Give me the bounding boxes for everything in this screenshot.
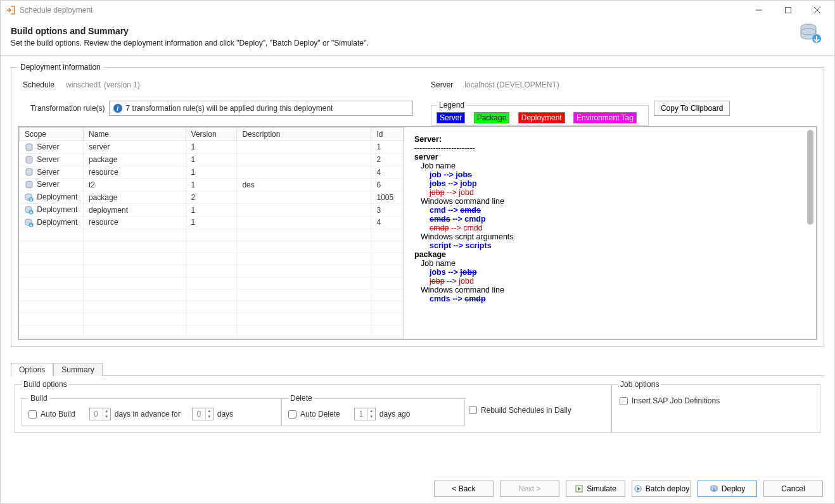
auto-delete-checkbox[interactable] [288,410,296,419]
table-row-empty [20,277,404,289]
window-controls [744,1,832,20]
rebuild-checkbox[interactable] [469,406,477,414]
deployment-icon [25,193,34,202]
detail-jobname-2: Job name [414,259,806,268]
server-icon [25,143,34,152]
rule-text: cmdp [430,224,449,232]
page-subtitle: Set the build options. Review the deploy… [11,39,824,47]
rule-text: job [430,170,442,179]
table-row-empty [20,241,404,253]
legend-chip-server: Server [437,112,465,123]
rule-text: jobs [430,268,446,277]
legend-chip-envtag: Environment Tag [573,112,637,123]
rule-text: cmd [430,206,446,215]
job-options-group: Job options Insert SAP Job Definitions [611,380,820,433]
table-row[interactable]: Serverserver11 [20,141,404,154]
rebuild-label: Rebuild Schedules in Daily [481,406,571,415]
table-row-empty [20,313,404,325]
table-header-row: Scope Name Version Description Id [20,128,404,141]
rule-text: cmds [430,294,450,303]
header-db-icon [799,22,822,45]
detail-separator: ----------------------- [414,144,806,153]
close-button[interactable] [803,1,832,20]
server-value: localhost (DEVELOPMENT) [464,80,559,89]
detail-pane[interactable]: Server: ----------------------- server J… [404,127,816,339]
auto-delete-label: Auto Delete [300,410,340,419]
col-version[interactable]: Version [186,128,237,141]
table-row[interactable]: Deploymentresource14 [20,216,404,229]
maximize-button[interactable] [774,1,803,20]
dual-pane: Scope Name Version Description Id Server… [18,126,817,340]
table-row-empty [20,289,404,301]
scrollbar-thumb[interactable] [807,130,813,225]
delete-legend: Delete [288,394,314,403]
detail-server-head: Server: [414,135,442,144]
legend-chip-package: Package [474,112,510,123]
col-id[interactable]: Id [371,128,404,141]
days-ago-label: days ago [379,410,411,419]
bottom-tabs: Options Summary Build options Build Auto… [11,362,824,437]
tab-options[interactable]: Options [11,363,53,376]
insert-sap-checkbox[interactable] [620,397,628,405]
legend-chip-deployment: Deployment [518,112,565,123]
days-ago-spinner[interactable]: 1▲▼ [354,408,376,420]
schedule-label: Schedule [23,80,54,89]
auto-build-checkbox[interactable] [29,410,37,419]
table-row-empty [20,265,404,277]
col-description[interactable]: Description [237,128,371,141]
build-options-group: Build options Build Auto Build 0▲▼ days … [15,380,611,433]
col-name[interactable]: Name [84,128,186,141]
build-subgroup: Build Auto Build 0▲▼ days in advance for… [22,394,281,426]
schedule-value: winsched1 (version 1) [66,80,140,89]
tab-summary[interactable]: Summary [53,363,102,376]
window-title: Schedule deployment [20,6,92,15]
deployment-info-group: Deployment information Schedule winsched… [11,63,824,347]
back-button[interactable]: < Back [434,481,494,497]
rules-info-box: i 7 transformation rule(s) will be appli… [109,101,413,116]
minimize-button[interactable] [744,1,774,20]
rule-text: jobs [430,179,446,188]
rules-table-pane: Scope Name Version Description Id Server… [19,127,404,339]
table-row[interactable]: Serverpackage12 [20,153,404,166]
simulate-button[interactable]: Simulate [566,481,625,497]
batch-icon [634,484,642,493]
batch-deploy-button[interactable]: Batch deploy [632,481,691,497]
info-icon: i [113,104,122,113]
deployment-icon [25,206,34,215]
table-row[interactable]: Deploymentdeployment13 [20,204,404,217]
deploy-icon [710,484,718,493]
tab-strip: Options Summary [11,362,824,376]
app-icon [6,5,16,15]
days-advance-spinner[interactable]: 0▲▼ [89,408,111,420]
detail-winargs: Windows script arguments [414,232,806,241]
deployment-icon [25,218,34,227]
delete-subgroup: Delete Auto Delete 1▲▼ days ago [281,394,465,426]
rules-text: 7 transformation rule(s) will be applied… [126,104,333,113]
titlebar: Schedule deployment [1,1,834,20]
cancel-button[interactable]: Cancel [763,481,823,497]
rule-text: cmds [430,215,450,224]
table-row[interactable]: Servert21des6 [20,179,404,191]
days-label: days [217,410,233,419]
detail-sub-server: server [414,153,438,161]
days-spinner[interactable]: 0▲▼ [192,408,214,420]
wizard-footer: < Back Next > Simulate Batch deploy Depl… [1,474,834,503]
server-icon [25,180,34,189]
table-row-empty [20,229,404,241]
col-scope[interactable]: Scope [20,128,84,141]
rules-table[interactable]: Scope Name Version Description Id Server… [19,127,404,337]
table-row[interactable]: Serverresource14 [20,166,404,179]
table-row[interactable]: Deploymentpackage21005 [20,191,404,204]
copy-clipboard-button[interactable]: Copy To Clipboard [654,101,730,116]
insert-sap-label: Insert SAP Job Definitions [632,396,720,405]
deploy-button[interactable]: Deploy [698,481,757,497]
server-icon [25,168,34,177]
table-row-empty [20,325,404,337]
deployment-info-legend: Deployment information [18,63,103,72]
job-options-legend: Job options [618,380,661,389]
table-row-empty [20,301,404,313]
build-options-legend: Build options [22,380,69,389]
days-advance-label: days in advance for [115,410,181,419]
legend-group: Legend Server Package Deployment Environ… [431,101,649,126]
server-label: Server [431,80,453,89]
